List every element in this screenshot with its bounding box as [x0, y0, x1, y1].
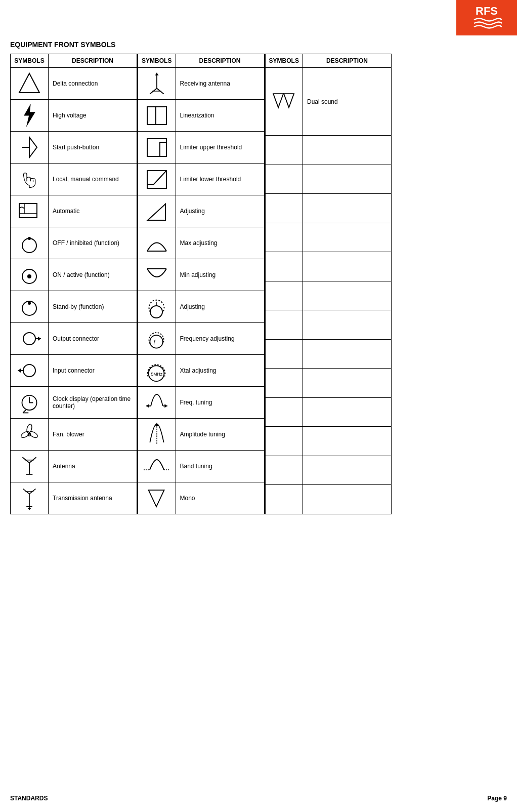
page-content: EQUIPMENT FRONT SYMBOLS SYMBOLS DESCRIPT…	[0, 0, 517, 535]
table-row-empty	[265, 456, 392, 485]
table-row: Antenna	[11, 451, 137, 482]
desc-cell: Dual sound	[303, 68, 392, 136]
table-row-empty	[265, 427, 392, 456]
desc-cell: Delta connection	[49, 68, 137, 100]
desc-cell: ON / active (function)	[49, 259, 137, 291]
start-push-symbol	[13, 135, 46, 160]
symbol-cell	[11, 195, 49, 227]
desc-cell: Amplitude tuning	[176, 419, 264, 451]
table-row: ON / active (function)	[11, 259, 137, 291]
antenna-symbol	[13, 454, 46, 479]
linearization-symbol	[140, 103, 174, 128]
table-row: Local, manual command	[11, 164, 137, 195]
table-row-empty	[265, 165, 392, 194]
table-row-empty	[265, 136, 392, 165]
table-row: Linearization	[138, 100, 264, 132]
table-row: Freq. tuning	[138, 387, 264, 419]
table-row: Clock display (operation time counter)	[11, 387, 137, 419]
table-row: OFF / inhibited (function)	[11, 227, 137, 259]
input-connector-symbol	[13, 358, 46, 383]
symbol-cell	[138, 291, 176, 323]
table-row: f Frequency adjusting	[138, 323, 264, 355]
desc-cell: High voltage	[49, 100, 137, 132]
symbol-cell	[138, 387, 176, 419]
band-tuning-symbol	[140, 454, 174, 479]
symbol-cell	[11, 387, 49, 419]
table-row: Limiter lower threshold	[138, 164, 264, 195]
on-active-symbol	[13, 262, 46, 288]
desc-cell: Frequency adjusting	[176, 323, 264, 355]
table-row-empty	[265, 397, 392, 427]
desc-cell: Adjusting	[176, 195, 264, 227]
footer: STANDARDS Page 9	[10, 795, 507, 802]
svg-point-27	[20, 430, 30, 439]
clock-display-symbol	[13, 390, 46, 415]
symbol-cell	[138, 419, 176, 451]
symbol-cell	[138, 100, 176, 132]
table-row: Band tuning	[138, 451, 264, 482]
symbol-cell	[11, 227, 49, 259]
symbol-cell	[138, 482, 176, 514]
col2-symbols-header: SYMBOLS	[138, 54, 176, 68]
transmission-antenna-symbol	[13, 485, 46, 511]
svg-marker-70	[273, 94, 283, 107]
desc-cell: Transmission antenna	[49, 482, 137, 514]
table-row: Max adjusting	[138, 227, 264, 259]
svg-point-57	[150, 335, 162, 348]
table-row: Delta connection	[11, 68, 137, 100]
table-row-empty	[265, 485, 392, 514]
col2-desc-header: DESCRIPTION	[176, 54, 264, 68]
header-bar: RFS	[456, 0, 517, 35]
desc-cell: Start push-button	[49, 132, 137, 164]
desc-cell: Max adjusting	[176, 227, 264, 259]
receiving-antenna-symbol	[140, 71, 174, 96]
table-row: Mono	[138, 482, 264, 514]
desc-cell: Min adjusting	[176, 259, 264, 291]
page-title: EQUIPMENT FRONT SYMBOLS	[10, 40, 507, 49]
symbol-cell	[138, 227, 176, 259]
svg-point-55	[150, 306, 162, 318]
table-row-empty	[265, 194, 392, 223]
desc-cell: Automatic	[49, 195, 137, 227]
svg-rect-7	[19, 204, 37, 218]
automatic-symbol	[13, 198, 46, 224]
footer-right: Page 9	[487, 795, 507, 802]
symbol-cell	[11, 259, 49, 291]
table-row: Adjusting	[138, 291, 264, 323]
desc-cell: Freq. tuning	[176, 387, 264, 419]
limiter-upper-symbol	[140, 135, 174, 160]
symbol-cell	[138, 164, 176, 195]
table-row: Dual sound	[265, 68, 392, 136]
table-row: Start push-button	[11, 132, 137, 164]
footer-left: STANDARDS	[10, 795, 48, 802]
svg-text:5MHz: 5MHz	[151, 372, 162, 377]
desc-cell: Fan, blower	[49, 419, 137, 451]
symbol-cell	[11, 164, 49, 195]
svg-point-11	[28, 237, 31, 240]
desc-cell: Output connector	[49, 323, 137, 355]
svg-point-16	[23, 333, 35, 345]
svg-point-15	[28, 302, 31, 305]
svg-marker-52	[148, 204, 165, 220]
table-row: Receiving antenna	[138, 68, 264, 100]
table-row: Min adjusting	[138, 259, 264, 291]
table-row: Automatic	[11, 195, 137, 227]
desc-cell: Clock display (operation time counter)	[49, 387, 137, 419]
svg-marker-21	[18, 369, 21, 373]
limiter-lower-symbol	[140, 167, 174, 192]
table-row-empty	[265, 339, 392, 369]
svg-marker-18	[38, 337, 41, 341]
adjusting-arc-symbol	[140, 294, 174, 319]
col3-desc-header: DESCRIPTION	[303, 54, 392, 68]
table-row: Adjusting	[138, 195, 264, 227]
desc-cell: Limiter upper threshold	[176, 132, 264, 164]
symbol-cell	[11, 482, 49, 514]
table-row: Amplitude tuning	[138, 419, 264, 451]
max-adjusting-symbol	[140, 230, 174, 256]
mono-symbol	[140, 485, 174, 511]
svg-marker-71	[284, 94, 294, 107]
table-row-empty	[265, 369, 392, 398]
desc-cell: Antenna	[49, 451, 137, 482]
svg-point-28	[28, 430, 38, 439]
table-row-empty	[265, 281, 392, 310]
